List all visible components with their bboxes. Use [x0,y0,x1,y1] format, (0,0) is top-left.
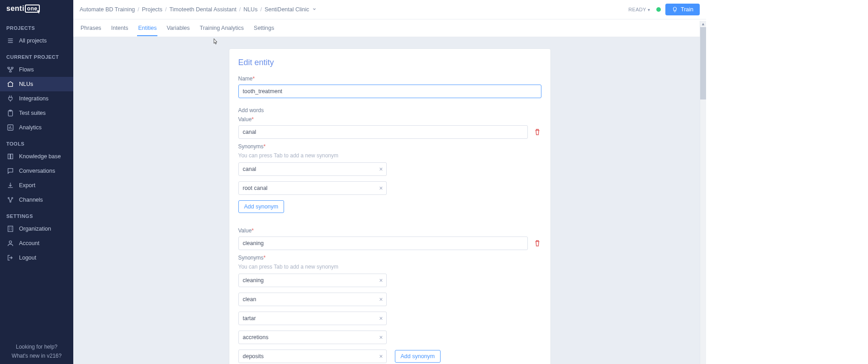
sidebar-item-export[interactable]: Export [0,178,73,193]
logo[interactable]: sentione [0,0,73,19]
svg-point-6 [12,198,13,199]
breadcrumb-item[interactable]: Projects [142,6,162,13]
nlus-icon [6,80,14,88]
add-synonym-button[interactable]: Add synonym [238,200,285,213]
sidebar-item-channels[interactable]: Channels [0,193,73,207]
synonym-chip: × [238,350,387,363]
sidebar-item-label: Analytics [19,124,42,131]
sidebar-item-label: Test suites [19,110,46,116]
flows-icon [6,66,14,74]
delete-icon[interactable] [533,239,541,247]
breadcrumb-item[interactable]: Automate BD Training [80,6,135,13]
section-projects: PROJECTS [0,19,73,33]
sidebar-item-test-suites[interactable]: Test suites [0,106,73,120]
name-input[interactable] [238,85,541,98]
synonym-chip: × [238,293,387,306]
synonym-input[interactable] [238,293,387,306]
sidebar-item-logout[interactable]: Logout [0,251,73,265]
chat-icon [6,167,14,175]
svg-rect-0 [8,67,9,69]
synonym-input[interactable] [238,181,387,195]
section-tools: TOOLS [0,135,73,149]
ready-label: READY [628,7,646,12]
tablist: Phrases Intents Entities Variables Train… [73,19,706,37]
tab-settings[interactable]: Settings [253,20,275,36]
remove-synonym-icon[interactable]: × [379,334,383,340]
remove-synonym-icon[interactable]: × [379,296,383,303]
tab-entities[interactable]: Entities [137,20,157,36]
tab-variables[interactable]: Variables [166,20,190,36]
sidebar-item-label: Knowledge base [19,153,61,160]
sidebar-item-organization[interactable]: Organization [0,222,73,236]
svg-rect-8 [8,226,13,232]
train-button[interactable]: Train [665,4,700,15]
sidebar-item-label: Logout [19,255,36,261]
synonyms-label: Synonyms* [238,255,541,261]
list-icon [6,37,14,45]
synonym-input[interactable] [238,350,387,363]
synonym-chip: × [238,274,387,287]
scrollbar[interactable]: ▲ [700,21,706,364]
help-link[interactable]: Looking for help? [5,342,69,351]
breadcrumb-separator: / [260,6,261,13]
value-label: Value* [238,116,541,123]
sidebar-item-label: Organization [19,226,51,232]
breadcrumb-item[interactable]: NLUs [243,6,257,13]
svg-rect-2 [9,71,11,72]
breadcrumb-separator: / [138,6,139,13]
plug-icon [6,95,14,103]
breadcrumb-item[interactable]: SentiDental Clinic [265,6,309,13]
sidebar-item-label: Conversations [19,168,55,174]
synonyms-hint: You can press Tab to add a new synonym [238,152,541,159]
breadcrumb-item[interactable]: Timoteeth Dental Assistant [169,6,236,13]
sidebar-item-analytics[interactable]: Analytics [0,120,73,135]
svg-point-9 [9,241,11,243]
building-icon [6,225,14,233]
remove-synonym-icon[interactable]: × [379,315,383,321]
add-synonym-button[interactable]: Add synonym [395,350,441,363]
tab-intents[interactable]: Intents [110,20,129,36]
delete-icon[interactable] [533,128,541,136]
sidebar-item-integrations[interactable]: Integrations [0,91,73,106]
sidebar-item-label: All projects [19,38,47,44]
logout-icon [6,254,14,262]
sidebar-item-label: NLUs [19,81,33,87]
sidebar-item-label: Account [19,240,39,246]
value-input[interactable] [238,125,528,139]
synonym-input[interactable] [238,312,387,325]
chevron-down-icon[interactable] [312,6,317,13]
whats-new-link[interactable]: What's new in v216? [5,351,69,360]
tab-phrases[interactable]: Phrases [80,20,102,36]
chart-icon [6,123,14,132]
synonym-input[interactable] [238,331,387,344]
sidebar-item-conversations[interactable]: Conversations [0,164,73,178]
synonym-input[interactable] [238,274,387,287]
synonym-chip: × [238,181,387,195]
caret-down-icon: ▾ [648,7,650,12]
synonym-chip: × [238,162,387,176]
sidebar-item-account[interactable]: Account [0,236,73,251]
scroll-thumb[interactable] [700,27,706,99]
sidebar-item-all-projects[interactable]: All projects [0,33,73,48]
channels-icon [6,196,14,204]
remove-synonym-icon[interactable]: × [379,185,383,191]
remove-synonym-icon[interactable]: × [379,277,383,284]
clipboard-icon [6,109,14,117]
tab-training-analytics[interactable]: Training Analytics [199,20,245,36]
status-indicator-icon [656,7,661,12]
svg-rect-1 [11,67,13,69]
section-settings: SETTINGS [0,207,73,222]
sidebar-item-knowledge-base[interactable]: Knowledge base [0,149,73,164]
synonyms-label: Synonyms* [238,143,541,150]
name-label: Name* [238,76,541,82]
card-title: Edit entity [238,58,541,67]
remove-synonym-icon[interactable]: × [379,353,383,359]
scroll-up-icon[interactable]: ▲ [700,21,706,27]
value-input[interactable] [238,236,528,250]
sidebar-item-flows[interactable]: Flows [0,62,73,77]
ready-status-dropdown[interactable]: READY ▾ [628,7,650,12]
remove-synonym-icon[interactable]: × [379,166,383,172]
breadcrumb-separator: / [239,6,241,13]
synonym-input[interactable] [238,162,387,176]
sidebar-item-nlus[interactable]: NLUs [0,77,73,91]
